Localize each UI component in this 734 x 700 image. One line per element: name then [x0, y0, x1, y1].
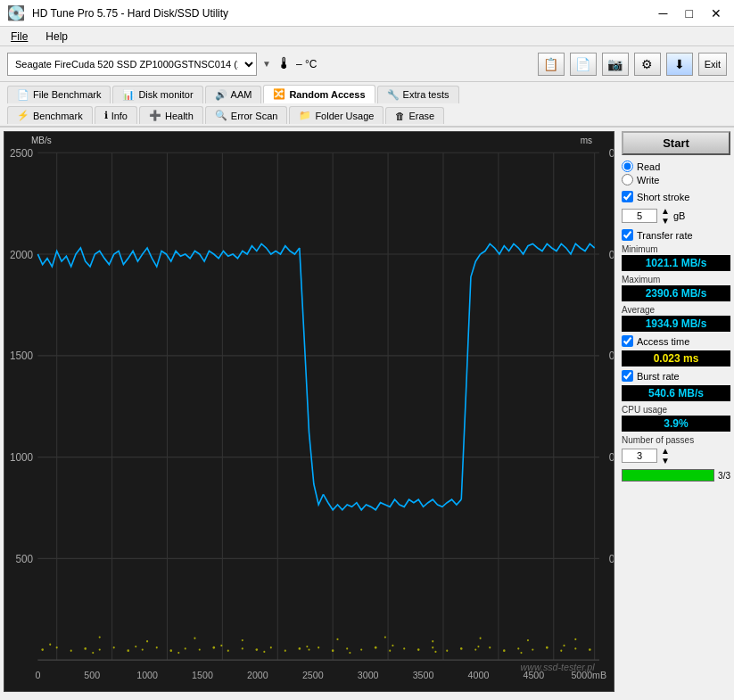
- access-time-check[interactable]: [622, 335, 633, 347]
- passes-value-input[interactable]: [622, 449, 657, 463]
- tab-benchmark[interactable]: ⚡ Benchmark: [7, 106, 93, 124]
- svg-point-79: [49, 644, 51, 646]
- menu-bar: File Help: [0, 27, 734, 46]
- tab-disk-monitor[interactable]: 📊 Disk monitor: [112, 86, 202, 103]
- copy-btn[interactable]: 📋: [538, 53, 565, 76]
- svg-text:1500: 1500: [192, 670, 213, 680]
- svg-point-49: [185, 647, 186, 649]
- tab-aam[interactable]: 🔊 AAM: [205, 86, 262, 103]
- right-panel: Start Read Write Short stroke ▲▼ gB: [618, 128, 734, 696]
- tab-info[interactable]: ℹ Info: [95, 106, 137, 124]
- svg-point-66: [417, 648, 420, 651]
- svg-point-56: [285, 650, 286, 652]
- svg-point-93: [146, 640, 148, 642]
- svg-text:4000: 4000: [468, 670, 490, 680]
- svg-point-88: [434, 651, 436, 653]
- start-button[interactable]: Start: [622, 131, 730, 155]
- svg-point-50: [199, 648, 201, 650]
- svg-point-59: [318, 646, 319, 648]
- svg-point-45: [127, 649, 129, 652]
- short-stroke-value[interactable]: [622, 209, 657, 223]
- minimize-btn[interactable]: ─: [654, 6, 673, 21]
- short-stroke-up[interactable]: ▲▼: [661, 206, 670, 226]
- app-title: HD Tune Pro 5.75 - Hard Disk/SSD Utility: [32, 7, 228, 20]
- info-btn[interactable]: 📄: [570, 53, 597, 76]
- settings-btn[interactable]: ⚙: [634, 53, 661, 76]
- svg-text:0.40: 0.40: [609, 248, 614, 261]
- svg-point-69: [460, 647, 463, 650]
- svg-point-68: [446, 650, 448, 652]
- svg-point-67: [432, 646, 433, 648]
- svg-point-75: [546, 646, 548, 649]
- tabs-row1: 📄 File Benchmark 📊 Disk monitor 🔊 AAM 🔀 …: [0, 82, 734, 103]
- svg-text:2000: 2000: [247, 670, 268, 680]
- maximize-btn[interactable]: □: [680, 6, 698, 21]
- tab-file-benchmark[interactable]: 📄 File Benchmark: [7, 86, 111, 103]
- passes-label: Number of passes: [622, 435, 730, 445]
- extra-tests-icon: 🔧: [387, 89, 400, 101]
- svg-point-83: [220, 645, 222, 646]
- cpu-usage-value: 3.9%: [622, 416, 730, 432]
- read-radio[interactable]: Read: [622, 161, 730, 172]
- passes-spinner-arrows[interactable]: ▲▼: [661, 446, 670, 465]
- burst-rate-check[interactable]: [622, 370, 633, 382]
- short-stroke-check[interactable]: [622, 191, 633, 202]
- menu-file[interactable]: File: [7, 29, 31, 44]
- burst-rate-checkbox[interactable]: Burst rate: [622, 370, 730, 382]
- drive-selector[interactable]: Seagate FireCuda 520 SSD ZP1000GSTNSC014…: [7, 53, 257, 76]
- svg-point-97: [384, 636, 386, 638]
- svg-point-55: [270, 646, 272, 648]
- menu-help[interactable]: Help: [42, 29, 71, 44]
- svg-point-101: [574, 638, 576, 640]
- tab-health[interactable]: ➕ Health: [139, 106, 203, 124]
- app-icon: 💽: [7, 4, 25, 21]
- tab-error-scan[interactable]: 🔍 Error Scan: [205, 106, 288, 124]
- temp-value: – °C: [296, 58, 317, 70]
- close-btn[interactable]: ✕: [705, 6, 727, 21]
- average-stat: Average 1934.9 MB/s: [622, 305, 730, 332]
- tab-erase[interactable]: 🗑 Erase: [385, 107, 444, 124]
- maximum-value: 2390.6 MB/s: [622, 285, 730, 301]
- svg-point-65: [403, 647, 405, 649]
- random-access-icon: 🔀: [273, 88, 285, 100]
- svg-text:0.20: 0.20: [609, 451, 614, 465]
- svg-text:1000: 1000: [10, 451, 33, 465]
- transfer-rate-check[interactable]: [622, 229, 633, 241]
- svg-point-43: [99, 648, 101, 650]
- svg-rect-0: [4, 132, 614, 691]
- svg-text:0.30: 0.30: [609, 350, 614, 363]
- svg-point-51: [213, 646, 216, 649]
- svg-point-41: [70, 650, 72, 652]
- progress-container: 3/3: [622, 469, 730, 482]
- short-stroke-checkbox[interactable]: Short stroke: [622, 191, 730, 202]
- write-radio[interactable]: Write: [622, 174, 730, 185]
- read-radio-input[interactable]: [622, 161, 633, 172]
- tab-folder-usage[interactable]: 📁 Folder Usage: [289, 106, 383, 124]
- svg-text:0.50: 0.50: [609, 146, 614, 160]
- exit-button[interactable]: Exit: [698, 53, 727, 76]
- svg-text:3500: 3500: [413, 670, 434, 680]
- svg-point-81: [135, 646, 136, 647]
- svg-text:www.ssd-tester.pl: www.ssd-tester.pl: [521, 661, 596, 671]
- transfer-rate-checkbox[interactable]: Transfer rate: [622, 229, 730, 241]
- svg-point-70: [474, 648, 476, 650]
- svg-point-72: [503, 649, 506, 652]
- svg-text:500: 500: [15, 553, 33, 566]
- dropdown-arrow-icon: ▼: [262, 59, 271, 69]
- svg-point-48: [169, 649, 172, 652]
- access-time-checkbox[interactable]: Access time: [622, 335, 730, 347]
- download-btn[interactable]: ⬇: [666, 53, 693, 76]
- svg-point-84: [263, 651, 265, 653]
- svg-text:2000: 2000: [10, 248, 33, 261]
- svg-point-42: [84, 647, 87, 650]
- tab-random-access[interactable]: 🔀 Random Access: [263, 85, 375, 103]
- tabs-row2: ⚡ Benchmark ℹ Info ➕ Health 🔍 Error Scan…: [0, 103, 734, 128]
- progress-fill: [623, 470, 713, 481]
- tab-extra-tests[interactable]: 🔧 Extra tests: [377, 86, 459, 103]
- folder-usage-icon: 📁: [299, 110, 311, 121]
- svg-point-53: [242, 647, 243, 649]
- screenshot-btn[interactable]: 📷: [602, 53, 629, 76]
- benchmark-icon: ⚡: [17, 110, 29, 121]
- average-label: Average: [622, 305, 730, 315]
- write-radio-input[interactable]: [622, 174, 633, 185]
